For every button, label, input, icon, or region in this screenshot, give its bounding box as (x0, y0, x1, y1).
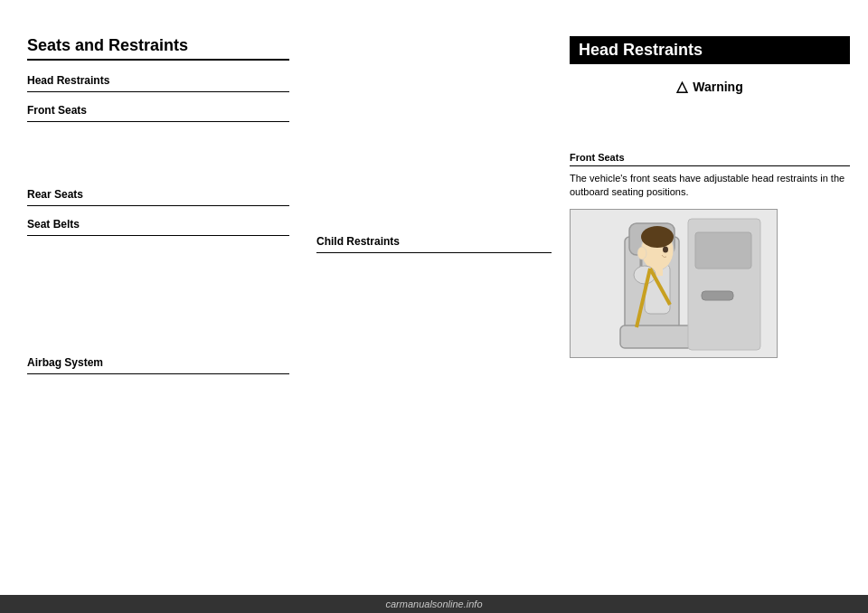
svg-point-8 (641, 226, 674, 248)
svg-point-11 (637, 247, 646, 259)
watermark-bar: carmanualsonline.info (0, 595, 868, 613)
svg-rect-17 (702, 291, 733, 300)
front-seats-description: The vehicle's front seats have adjustabl… (570, 172, 850, 200)
warning-icon: △ (676, 78, 687, 95)
front-seats-subheader: Front Seats (570, 149, 850, 166)
spacer-3 (27, 297, 289, 352)
nav-item-front-seats[interactable]: Front Seats (27, 99, 289, 122)
nav-item-head-restraints[interactable]: Head Restraints (27, 70, 289, 92)
warning-label: Warning (693, 80, 742, 94)
seat-svg (571, 210, 777, 357)
right-column: Head Restraints △ Warning Front Seats Th… (561, 18, 868, 595)
nav-item-seat-belts[interactable]: Seat Belts (27, 213, 289, 236)
seat-illustration-container (570, 209, 778, 358)
svg-rect-16 (695, 232, 751, 269)
spacer-2 (27, 243, 289, 297)
middle-column: Child Restraints (307, 18, 561, 595)
nav-item-airbag-system[interactable]: Airbag System (27, 352, 289, 374)
nav-item-rear-seats[interactable]: Rear Seats (27, 184, 289, 206)
right-main-title: Head Restraints (570, 36, 850, 64)
svg-point-9 (663, 246, 668, 252)
main-section-title: Seats and Restraints (27, 36, 289, 61)
child-restraints-header[interactable]: Child Restraints (316, 231, 552, 253)
watermark-text: carmanualsonline.info (385, 599, 482, 609)
left-column: Seats and Restraints Head Restraints Fro… (0, 18, 307, 595)
svg-rect-5 (620, 325, 693, 348)
spacer-1 (27, 129, 289, 184)
warning-section: △ Warning (570, 78, 850, 95)
